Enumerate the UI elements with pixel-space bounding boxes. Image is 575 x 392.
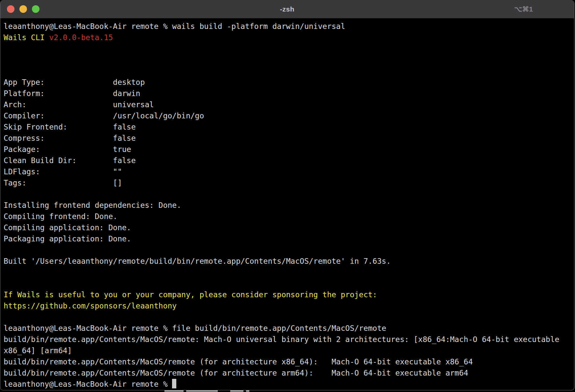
terminal-line: Built '/Users/leaanthony/remote/build/bi… (4, 256, 574, 267)
terminal-line: Installing frontend dependencies: Done. (4, 200, 574, 211)
window-title: -zsh (0, 0, 574, 18)
terminal-line: Platform: darwin (4, 88, 574, 99)
terminal-line: Clean Build Dir: false (4, 155, 574, 166)
terminal-line (4, 54, 574, 65)
window-shortcut-badge: ⌥⌘1 (514, 0, 533, 18)
terminal-output[interactable]: leaanthony@Leas-MacBook-Air remote % wai… (0, 18, 574, 390)
window-titlebar[interactable]: -zsh ⌥⌘1 (0, 0, 574, 18)
terminal-line: build/bin/remote.app/Contents/MacOS/remo… (4, 334, 574, 345)
terminal-line: build/bin/remote.app/Contents/MacOS/remo… (4, 367, 574, 379)
terminal-line: Compress: false (4, 133, 574, 144)
terminal-line (4, 188, 574, 200)
terminal-line: Package: true (4, 144, 574, 155)
terminal-line: Compiling frontend: Done. (4, 211, 574, 222)
terminal-line (4, 65, 574, 77)
terminal-line: Compiling application: Done. (4, 222, 574, 233)
terminal-line (4, 267, 574, 278)
terminal-line (4, 311, 574, 323)
background-fragment (164, 390, 184, 392)
terminal-line: LDFlags: "" (4, 166, 574, 177)
terminal-line: build/bin/remote.app/Contents/MacOS/remo… (4, 356, 574, 367)
terminal-line (4, 43, 574, 54)
terminal-line: https://github.com/sponsors/leaanthony (4, 300, 574, 311)
terminal-window: -zsh ⌥⌘1 leaanthony@Leas-MacBook-Air rem… (0, 0, 574, 390)
block-cursor (172, 379, 176, 388)
background-window-sliver (0, 390, 575, 392)
terminal-line: Wails CLI v2.0.0-beta.15 (4, 32, 574, 43)
terminal-line: leaanthony@Leas-MacBook-Air remote % fil… (4, 323, 574, 334)
terminal-line: Tags: [] (4, 177, 574, 188)
background-fragment (230, 390, 243, 392)
terminal-line (4, 278, 574, 289)
terminal-line: leaanthony@Leas-MacBook-Air remote % wai… (4, 21, 574, 32)
terminal-line: x86_64] [arm64] (4, 345, 574, 356)
terminal-line: App Type: desktop (4, 77, 574, 88)
terminal-line (4, 244, 574, 256)
terminal-line: leaanthony@Leas-MacBook-Air remote % (4, 379, 574, 390)
terminal-line: Arch: universal (4, 99, 574, 110)
background-fragment (246, 390, 249, 392)
background-fragment (186, 390, 218, 392)
terminal-line: If Wails is useful to you or your compan… (4, 289, 574, 300)
terminal-line: Packaging application: Done. (4, 233, 574, 244)
terminal-line: Compiler: /usr/local/go/bin/go (4, 110, 574, 121)
terminal-line: Skip Frontend: false (4, 121, 574, 133)
